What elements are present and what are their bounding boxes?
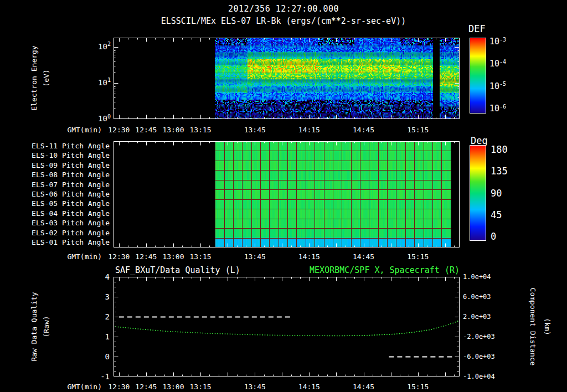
pitch-row-label: ELS-06 Pitch Angle <box>0 190 110 199</box>
line-plot-canvas <box>114 277 460 376</box>
spectro-ylabel: Electron Energy <box>30 45 38 110</box>
deg-colorbar-tick-label: 135 <box>491 166 520 176</box>
line-ytick-label-left: 4 <box>87 272 110 281</box>
line-ylabel-left: Raw Data Quality <box>30 292 38 361</box>
deg-colorbar-tick-label: 0 <box>491 231 520 241</box>
deg-colorbar-tick-label: 90 <box>491 188 520 198</box>
figure-root: 2012/356 12:27:00.000 ELSSCIL/MEx ELS-07… <box>0 0 567 392</box>
x-tick-label: 12:30 <box>104 126 135 134</box>
x-tick-label: 13:00 <box>158 252 189 261</box>
x-tick-label: 15:15 <box>403 383 434 391</box>
x-tick-label: 14:15 <box>293 126 324 134</box>
x-tick-label: 13:15 <box>185 126 216 134</box>
pitch-row-label: ELS-07 Pitch Angle <box>0 180 110 189</box>
pitch-row-label: ELS-11 Pitch Angle <box>0 142 110 151</box>
line-ylabel-right-units: (km) <box>543 318 551 335</box>
def-colorbar-tick-label: 10-6 <box>489 104 528 114</box>
x-tick-label: 14:45 <box>348 252 379 261</box>
spectro-ytick-label: 100 <box>84 114 111 124</box>
x-tick-label: 13:00 <box>158 383 189 391</box>
x-tick-label: 12:45 <box>131 383 162 391</box>
line-ytick-label-left: -1 <box>87 372 110 381</box>
gmt-axis-label: GMT(min) <box>49 252 102 261</box>
line-ytick-label-right: -2.0e+03 <box>463 333 509 341</box>
line-panel-title-left: SAF_BXuT/Data Quality (L) <box>115 265 240 275</box>
x-tick-label: 14:45 <box>348 383 379 391</box>
def-colorbar-tick-label: 10-5 <box>489 82 528 92</box>
x-tick-label: 14:45 <box>348 126 379 134</box>
x-tick-label: 13:00 <box>158 126 189 134</box>
x-tick-label: 13:15 <box>185 252 216 261</box>
x-tick-label: 13:45 <box>239 383 270 391</box>
pitch-row-label: ELS-05 Pitch Angle <box>0 199 110 208</box>
def-colorbar-tick-label: 10-3 <box>489 37 528 47</box>
pitch-row-label: ELS-01 Pitch Angle <box>0 238 110 247</box>
deg-colorbar-title: Deg <box>471 135 488 146</box>
line-ytick-label-right: -6.0e+03 <box>463 353 509 361</box>
x-tick-label: 13:15 <box>185 383 216 391</box>
x-tick-label: 12:45 <box>131 126 162 134</box>
def-colorbar-tick-label: 10-4 <box>489 59 528 69</box>
line-ytick-label-left: 0 <box>87 352 110 361</box>
line-ylabel-right: Component Distance <box>529 288 537 366</box>
pitch-angle-canvas <box>114 141 460 247</box>
pitch-row-label: ELS-04 Pitch Angle <box>0 209 110 218</box>
pitch-row-label: ELS-02 Pitch Angle <box>0 229 110 238</box>
x-tick-label: 14:15 <box>293 252 324 261</box>
x-tick-label: 13:45 <box>239 126 270 134</box>
line-ytick-label-left: 2 <box>87 312 110 321</box>
spectro-ytick-label: 101 <box>84 78 111 88</box>
line-ytick-label-left: 3 <box>87 292 110 301</box>
line-ytick-label-right: 1.0e+04 <box>463 273 509 281</box>
def-colorbar <box>470 38 486 114</box>
x-tick-label: 14:15 <box>293 383 324 391</box>
x-tick-label: 15:15 <box>403 252 434 261</box>
def-colorbar-title: DEF <box>468 23 486 34</box>
deg-colorbar <box>470 145 486 241</box>
x-tick-label: 15:15 <box>403 126 434 134</box>
line-ytick-label-left: 1 <box>87 332 110 341</box>
pitch-row-label: ELS-09 Pitch Angle <box>0 161 110 170</box>
gmt-axis-label: GMT(min) <box>49 383 102 391</box>
pitch-row-label: ELS-08 Pitch Angle <box>0 171 110 179</box>
deg-colorbar-tick-label: 45 <box>491 210 520 220</box>
deg-colorbar-tick-label: 180 <box>491 145 520 154</box>
line-panel-title-right: MEXORBMC/SPF X, Spacecraft (R) <box>238 265 460 275</box>
pitch-row-label: ELS-10 Pitch Angle <box>0 151 110 160</box>
line-ytick-label-right: 2.0e+03 <box>463 313 509 321</box>
spectrogram-canvas <box>114 38 460 119</box>
spectro-ytick-label: 102 <box>84 42 111 52</box>
plot-timestamp: 2012/356 12:27:00.000 <box>0 4 567 14</box>
x-tick-label: 13:45 <box>239 252 270 261</box>
x-tick-label: 12:45 <box>131 252 162 261</box>
gmt-axis-label: GMT(min) <box>49 126 102 134</box>
x-tick-label: 12:30 <box>104 252 135 261</box>
x-tick-label: 12:30 <box>104 383 135 391</box>
pitch-row-label: ELS-03 Pitch Angle <box>0 219 110 228</box>
line-ytick-label-right: -1.0e+04 <box>463 373 509 381</box>
line-ylabel-left-units: (Raw) <box>42 316 50 337</box>
line-ytick-label-right: 6.0e+03 <box>463 293 509 301</box>
spectro-ylabel-units: (eV) <box>42 69 50 86</box>
